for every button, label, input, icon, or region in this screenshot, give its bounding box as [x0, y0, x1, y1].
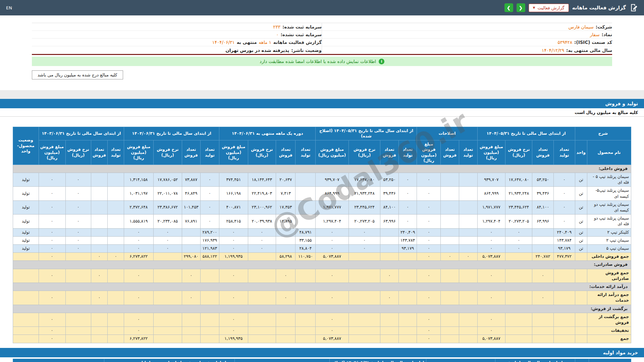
data-cell: ۰ — [39, 313, 65, 326]
language-toggle[interactable]: EN — [6, 5, 12, 10]
data-cell — [348, 327, 380, 335]
column-header: واحد — [575, 140, 587, 165]
data-cell — [91, 228, 108, 236]
data-cell — [459, 228, 477, 236]
data-cell: ۰ — [65, 215, 91, 228]
data-cell — [296, 269, 316, 283]
issuer-status-label: وضعیت ناشر: — [291, 48, 322, 53]
data-cell: ۰ — [316, 313, 348, 326]
data-cell: ۲۴۰,۷۸۲ — [532, 253, 554, 261]
column-header: مبلغ فروش (میلیون ریال) — [39, 140, 65, 165]
column-header: تعداد فروش — [441, 140, 459, 165]
data-cell — [459, 215, 477, 228]
data-cell: ۰ — [553, 200, 575, 214]
data-cell: ۱۴۳,۷۸۴ — [553, 236, 575, 244]
data-cell: ۱۲۱,۹۸۳ — [200, 245, 219, 253]
data-cell — [441, 269, 459, 283]
data-cell — [91, 236, 108, 244]
data-cell: ۰ — [65, 200, 91, 214]
data-cell: ۹۳,۱۷۹ — [553, 245, 575, 253]
column-group-header: دوره یک ماهه منتهی به ۱۴۰۴/۰۶/۳۱ — [219, 127, 316, 140]
data-cell: ۶۳,۹۹۶ — [380, 215, 399, 228]
data-cell: ۱,۱۹۹,۹۳۵ — [219, 335, 248, 343]
unit-cell: تن — [575, 200, 587, 214]
data-cell: ۰ — [417, 269, 441, 283]
section-label: فروش صادراتی: — [13, 261, 631, 269]
registered-capital-row: سرمایه ثبت شده: ۲۳۳ — [32, 23, 322, 31]
data-cell — [348, 335, 380, 343]
data-cell — [91, 215, 108, 228]
unit-cell: تن — [575, 228, 587, 236]
data-cell — [296, 187, 316, 200]
page-title: گزارش فعالیت ماهانه — [572, 5, 626, 11]
column-header: تعداد تولید — [296, 140, 316, 165]
info-column-right: شرکت: سیمان فارس نماد: سفار کد صنعت (ISI… — [322, 23, 612, 54]
data-cell: ۰ — [417, 245, 441, 253]
data-cell: ۰ — [124, 269, 153, 283]
data-cell — [91, 187, 108, 200]
data-cell: ۲۰,۲۷۳,۲۰۵ — [505, 215, 532, 228]
data-cell: ۰ — [477, 327, 505, 335]
data-cell: ۱۸,۱۴۴,۶۴۳ — [248, 173, 276, 187]
data-cell — [380, 245, 399, 253]
data-cell — [441, 236, 459, 244]
separator-band — [0, 90, 644, 99]
data-cell: ۰ — [200, 173, 219, 187]
data-cell: ۰ — [200, 215, 219, 228]
data-cell: ۰ — [65, 173, 91, 187]
column-header: تعداد فروش — [182, 140, 201, 165]
data-cell: ۰ — [219, 291, 248, 305]
prev-report-button[interactable]: ❯ — [504, 3, 513, 12]
column-header: مبلغ فروش (میلیون ریال) — [417, 140, 441, 165]
report-type-dropdown[interactable]: گزارش فعالیت ▼ — [529, 4, 569, 12]
data-cell: ۰ — [398, 200, 417, 214]
data-cell: ۰ — [477, 313, 505, 326]
row-label: سیمان پرتلند تیپ دو کیسه ای — [587, 200, 631, 214]
data-cell — [248, 335, 276, 343]
data-cell — [182, 236, 201, 244]
data-cell — [398, 327, 417, 335]
production-sales-title: تولید و فروش — [605, 101, 638, 106]
fiscal-year-label: سال مالی منتهی به: — [566, 48, 612, 53]
column-header: تعداد فروش — [91, 140, 108, 165]
section-label: درآمد ارائه خدمات: — [13, 283, 631, 291]
data-cell — [398, 335, 417, 343]
column-group-header: از ابتدای سال مالی تا تاریخ ۱۴۰۴/۰۶/۳۱ — [124, 127, 219, 140]
info-icon: i — [379, 59, 384, 64]
data-cell — [91, 313, 108, 326]
column-group-header: اصلاحات — [426, 359, 495, 362]
data-cell — [182, 245, 201, 253]
data-cell — [91, 327, 108, 335]
row-label: سیمان پرتلند تیپ ۵ - فله ای — [587, 173, 631, 187]
status-cell — [13, 335, 39, 343]
data-cell: ۰ — [39, 291, 65, 305]
data-cell: ۰ — [417, 313, 441, 326]
data-cell — [276, 236, 296, 244]
data-cell: ۰ — [124, 327, 153, 335]
column-header: نرخ فروش (ریال) — [248, 140, 276, 165]
data-cell: ۰ — [417, 335, 441, 343]
data-cell — [553, 335, 575, 343]
status-cell — [13, 327, 39, 335]
data-cell: ۰ — [276, 291, 296, 305]
unit-cell — [575, 269, 587, 283]
data-cell — [276, 335, 296, 343]
data-cell: ۰ — [124, 236, 153, 244]
data-cell — [276, 228, 296, 236]
data-cell: ۰ — [91, 269, 108, 283]
data-cell: ۰ — [219, 313, 248, 326]
report-period-date: ۱۴۰۴/۰۶/۳۱ — [212, 40, 235, 45]
data-cell — [276, 327, 296, 335]
data-cell: ۰ — [39, 253, 65, 261]
next-report-button[interactable]: ❮ — [517, 3, 525, 12]
data-cell: ۰ — [108, 253, 124, 261]
data-cell — [108, 269, 124, 283]
data-cell: ۰ — [316, 269, 348, 283]
data-cell — [108, 327, 124, 335]
chevron-down-icon: ▼ — [533, 6, 535, 9]
column-header: مبلغ فروش (میلیون ریال) — [477, 140, 505, 165]
data-cell: ۰ — [417, 215, 441, 228]
company-value: سیمان فارس — [569, 24, 594, 29]
data-cell: ۰ — [39, 327, 65, 335]
status-cell: تولید — [13, 245, 39, 253]
